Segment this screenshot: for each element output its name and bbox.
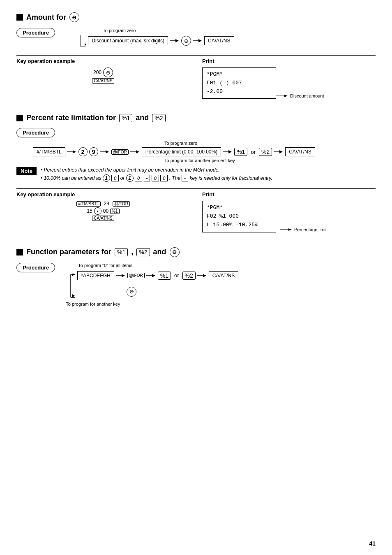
section1-flow-area: To program zero Discount amount (max. si… <box>62 28 376 49</box>
section3-flow-main: *ABCDEFGH @/FOR %1 or <box>66 269 376 298</box>
arrow-right-1-icon <box>170 37 180 44</box>
section2-key-op: #/TM/SBTL 29 @/FOR 15 • 00 %1 CA/AT/NS <box>16 201 190 221</box>
section2-num2: 2 <box>78 147 88 156</box>
note-label: Note <box>16 167 37 175</box>
section2-title-text: Percent rate limitation for <box>26 114 116 122</box>
section3-title-comma: , <box>131 248 133 256</box>
section2-procedure-row: Procedure <box>16 128 376 137</box>
section2-op-caatns-key: CA/AT/NS <box>92 216 114 221</box>
section1-flow-row: Discount amount (max. six digits) ⊖ CA/A… <box>74 35 376 47</box>
section1-receipt-line2: F01 (—) 007 <box>207 79 272 88</box>
section2-flow-label-above: To program zero <box>164 141 376 146</box>
arr5-icon <box>274 149 284 155</box>
section-amount-for: Amount for ⊖ Procedure To program zero D… <box>16 12 376 99</box>
section2-caatns-box: CA/AT/NS <box>285 147 315 156</box>
section2-pct2-key: %2 <box>259 148 272 156</box>
procedure-badge-1: Procedure <box>16 28 55 37</box>
section2-key-op-line3: CA/AT/NS <box>16 216 190 221</box>
section2-note-line1: • Percent entries that exceed the upper … <box>41 167 272 173</box>
section1-title: Amount for ⊖ <box>16 12 376 22</box>
section2-key-op-line1: #/TM/SBTL 29 @/FOR <box>16 201 190 207</box>
section3-flow-content: *ABCDEFGH @/FOR %1 or <box>77 269 238 298</box>
svg-marker-4 <box>175 39 179 42</box>
section2-receipt-line2: F02 %1 000 <box>207 212 272 221</box>
black-square-icon <box>16 14 23 21</box>
section2-for-key: @/FOR <box>111 149 129 155</box>
section2-receipt-area: *PGM* F02 %1 000 L 15.00% -10.25% Percen… <box>202 201 376 232</box>
section3-flow-area: To program "0" for all items <box>66 263 376 307</box>
svg-marker-29 <box>152 274 155 277</box>
section1-receipt-line3: -2.00 <box>207 88 272 96</box>
section2-or: or <box>251 149 256 155</box>
black-square-3-icon <box>16 249 23 255</box>
section3-for-key: @/FOR <box>127 273 145 278</box>
section1-minus-key: ⊖ <box>181 36 191 46</box>
section1-key-op-line1: 200 ⊖ <box>16 67 190 77</box>
note-dot-key: • <box>144 175 150 181</box>
section2-title-key1: %1 <box>119 114 132 122</box>
section1-receipt-line1: *PGM* <box>207 70 272 79</box>
section2-num9: 9 <box>89 147 98 156</box>
section1-receipt-area: *PGM* F01 (—) 007 -2.00 Discount amount <box>202 67 376 99</box>
section3-abcdefgh-box: *ABCDEFGH <box>77 271 114 280</box>
section3-title-key2: %2 <box>136 248 150 256</box>
note-box-0d: 0 <box>160 175 168 181</box>
section3-or: or <box>174 272 179 279</box>
svg-marker-8 <box>284 95 288 97</box>
svg-marker-10 <box>73 150 76 153</box>
section1-title-text: Amount for <box>26 13 66 22</box>
procedure-badge-2: Procedure <box>16 128 55 137</box>
section2-example-left: Key operation example #/TM/SBTL 29 @/FOR… <box>16 188 190 232</box>
section3-title-and: and <box>153 248 166 256</box>
section3-pct2-key: %2 <box>182 272 196 280</box>
section2-pct-annot: Percentage limit <box>294 227 327 232</box>
section2-note-line2: • 10.00% can be entered as 1 0 or 1 0 • … <box>41 174 272 182</box>
section1-example-left: Key operation example 200 ⊖ CA/AT/NS <box>16 55 190 99</box>
section3-title-key3: ⊖ <box>170 247 180 257</box>
section1-receipt-annot: Discount amount <box>276 93 376 99</box>
svg-marker-12 <box>106 150 109 153</box>
section2-htm-box: #/TM/SBTL <box>33 147 65 156</box>
section2-example-right: Print *PGM* F02 %1 000 L 15.00% -10.25% … <box>190 188 376 232</box>
svg-marker-16 <box>228 150 232 153</box>
section1-procedure-row: Procedure To program zero Discount amoun… <box>16 28 376 49</box>
section2-example-left-title: Key operation example <box>16 191 190 197</box>
section-percent-rate: Percent rate limitation for %1 and %2 Pr… <box>16 114 376 232</box>
section1-title-key: ⊖ <box>69 12 79 22</box>
section2-receipt-box: *PGM* F02 %1 000 L 15.00% -10.25% <box>202 201 276 232</box>
section1-op-minus-icon: ⊖ <box>103 67 113 77</box>
section3-minus-key: ⊖ <box>127 287 136 297</box>
section2-receipt-line1: *PGM* <box>207 204 272 212</box>
black-square-2-icon <box>16 115 23 121</box>
section3-title-key1: %1 <box>115 248 128 256</box>
section1-example-left-title: Key operation example <box>16 58 190 64</box>
section2-example-right-title: Print <box>202 191 376 197</box>
section1-example-area: Key operation example 200 ⊖ CA/AT/NS Pri… <box>16 55 376 99</box>
arr4-icon <box>223 149 233 155</box>
svg-marker-14 <box>136 150 139 153</box>
section1-discount-box: Discount amount (max. six digits) <box>88 36 168 45</box>
svg-marker-18 <box>279 150 283 153</box>
note-box-0c: 0 <box>152 175 159 181</box>
svg-marker-27 <box>122 274 125 277</box>
section2-title: Percent rate limitation for %1 and %2 <box>16 114 376 122</box>
svg-marker-2 <box>85 43 86 46</box>
svg-marker-20 <box>288 228 292 231</box>
note-num2-icon: 1 <box>126 174 134 182</box>
section2-key-op-line2: 15 • 00 %1 <box>16 207 190 215</box>
section2-title-and: and <box>136 114 149 122</box>
annot-arrow-1-icon <box>276 93 288 99</box>
section3-flow-row-bottom: ⊖ <box>127 287 238 297</box>
section2-receipt-annot: Percentage limit <box>280 227 376 232</box>
section1-caatns-box: CA/AT/NS <box>204 36 234 45</box>
section1-example-right: Print *PGM* F01 (—) 007 -2.00 Discount a… <box>190 55 376 99</box>
svg-marker-6 <box>198 39 202 42</box>
arrow-right-2-icon <box>193 37 203 44</box>
section2-op-htm-key: #/TM/SBTL <box>76 201 101 207</box>
section1-key-op: 200 ⊖ CA/AT/NS <box>16 67 190 84</box>
section2-flow-label-below: To program for another percent key <box>164 158 376 163</box>
section3-bracket-icon <box>66 274 76 298</box>
svg-marker-31 <box>203 274 206 277</box>
section2-op-for-key: @/FOR <box>113 201 130 207</box>
section3-flow-label-below: To program for another key <box>66 302 376 307</box>
